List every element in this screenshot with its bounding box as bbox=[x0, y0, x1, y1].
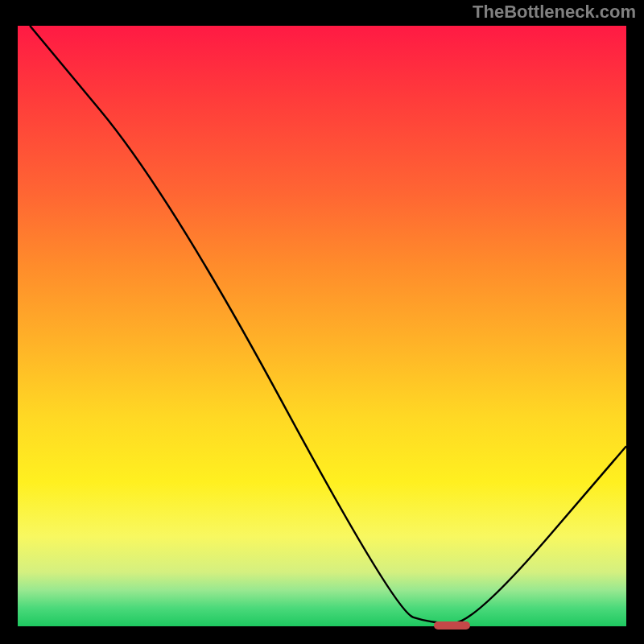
optimum-marker bbox=[434, 621, 471, 630]
chart-plot-area bbox=[16, 24, 628, 628]
watermark-text: TheBottleneck.com bbox=[473, 2, 636, 23]
bottleneck-curve bbox=[18, 26, 626, 626]
